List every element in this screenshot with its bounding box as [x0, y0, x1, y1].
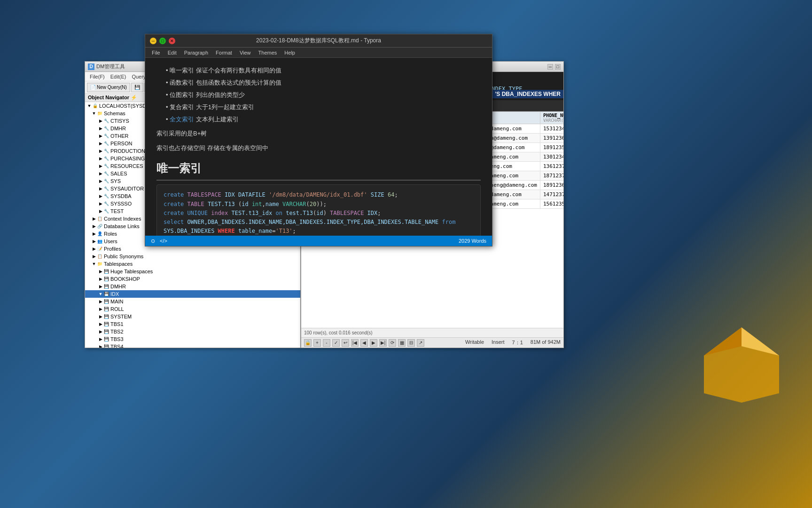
users-icon: 👥	[96, 238, 103, 245]
undo-icon[interactable]: ↩	[342, 339, 349, 347]
sales-icon: 🔧	[103, 170, 109, 177]
typora-menu-file[interactable]: File	[149, 50, 163, 56]
tablespaces-folder-icon: 📁	[96, 261, 103, 267]
last-icon[interactable]: ▶|	[379, 339, 387, 347]
next-icon[interactable]: ▶	[370, 339, 377, 347]
decorative-shape	[695, 318, 789, 414]
tree-item-main[interactable]: ▶ 💾 MAIN	[85, 298, 300, 305]
tree-item-tablespaces[interactable]: ▼ 📁 Tablespaces	[85, 260, 300, 268]
tree-item-roll[interactable]: ▶ 💾 ROLL	[85, 305, 300, 313]
sql-win-controls: ─ □	[547, 64, 561, 70]
schema-icon: 🔧	[103, 118, 109, 124]
tree-item-tbs4[interactable]: ▶ 💾 TBS4	[85, 343, 300, 348]
table-cell: 13912366391	[540, 134, 563, 143]
code-line-2: create TABLE TEST.T13 (id int,name VARCH…	[164, 200, 474, 209]
tree-item-dmhr-ts[interactable]: ▶ 💾 DMHR	[85, 283, 300, 290]
syssso-icon: 🔧	[103, 200, 109, 207]
section-heading-unique-index: 唯一索引	[156, 159, 481, 181]
test-icon: 🔧	[103, 208, 109, 214]
typora-menu-paragraph[interactable]: Paragraph	[181, 50, 211, 56]
first-icon[interactable]: |◀	[351, 339, 359, 347]
other-toggle: ▶	[98, 134, 103, 138]
dblinks-icon: 🔗	[96, 223, 103, 230]
tree-item-public-synonyms[interactable]: ▶ 📋 Public Synonyms	[85, 253, 300, 260]
idx-icon: 💾	[103, 291, 109, 297]
sql-hint-text: 'S DBA_INDEXES WHER	[492, 90, 563, 98]
typora-menu-themes[interactable]: Themes	[256, 50, 280, 56]
position-status: 7：1	[512, 339, 523, 346]
system-icon: 💾	[103, 313, 109, 320]
writable-status: Writable	[465, 339, 484, 346]
person-icon: 🔧	[103, 140, 109, 147]
lock-icon[interactable]: 🔒	[304, 339, 312, 347]
circle-status-icon: ⊙	[151, 238, 155, 244]
tree-item-bookshop[interactable]: ▶ 💾 BOOKSHOP	[85, 275, 300, 283]
menu-file[interactable]: File(F)	[87, 74, 108, 79]
resources-toggle: ▶	[98, 164, 103, 168]
tbs4-icon: 💾	[103, 343, 109, 348]
typora-min-btn[interactable]: ─	[150, 38, 156, 44]
sql-max-btn[interactable]: □	[555, 64, 561, 70]
resources-icon: 🔧	[103, 163, 109, 169]
typora-content[interactable]: 唯一索引 保证个会有两行数具有相同的值 函数索引 包括函数表达式的预先计算的值 …	[145, 58, 492, 236]
tree-item-tbs1[interactable]: ▶ 💾 TBS1	[85, 320, 300, 328]
sysauditor-icon: 🔧	[103, 185, 109, 192]
syssso-toggle: ▶	[98, 201, 103, 206]
tbs2-icon: 💾	[103, 328, 109, 335]
typora-menu-help[interactable]: Help	[281, 50, 298, 56]
memory-status: 81M of 942M	[531, 339, 561, 346]
insert-status: Insert	[492, 339, 505, 346]
minus-icon[interactable]: -	[323, 339, 330, 347]
production-icon: 🔧	[103, 148, 109, 154]
main-icon: 💾	[103, 298, 109, 305]
filter-icon[interactable]: ⊟	[407, 339, 415, 347]
save-btn[interactable]: 💾	[131, 83, 143, 92]
prev-icon[interactable]: ◀	[360, 339, 368, 347]
export-icon[interactable]: ↗	[417, 339, 424, 347]
typora-close-btn[interactable]: ✕	[169, 38, 175, 44]
roll-icon: 💾	[103, 306, 109, 312]
code-line-4: select OWNER,DBA_INDEXES.INDEX_NAME,DBA_…	[164, 218, 474, 227]
sql-bottom-bar: 🔒 + - ✓ ↩ |◀ ◀ ▶ ▶| ⟳ ▦ ⊟ ↗ Writable Ins…	[301, 337, 563, 348]
huge-ts-icon: 💾	[103, 268, 109, 275]
menu-edit[interactable]: Edit(E)	[108, 74, 129, 79]
bullet-4: 复合索引 大于1列一起建立索引	[166, 102, 481, 112]
sys-icon: 🔧	[103, 178, 109, 184]
plus-icon[interactable]: +	[313, 339, 321, 347]
status-fields: Writable Insert 7：1 81M of 942M	[465, 339, 561, 346]
col-phone-num[interactable]: PHONE_NUMVARCHAR(20)	[540, 112, 563, 124]
tree-item-system[interactable]: ▶ 💾 SYSTEM	[85, 313, 300, 320]
typora-menu-format[interactable]: Format	[213, 50, 235, 56]
schemas-expand-icon: ▼	[92, 111, 96, 116]
new-query-icon: 📄	[90, 85, 96, 90]
code-block[interactable]: create TABLESPACE IDX DATAFILE '/dm8/dat…	[156, 184, 481, 236]
db-icon: 🔒	[92, 103, 98, 109]
dmhr-ts-icon: 💾	[103, 283, 109, 290]
sql-min-btn[interactable]: ─	[547, 64, 553, 70]
code-line-1: create TABLESPACE IDX DATAFILE '/dm8/dat…	[164, 190, 474, 199]
schemas-folder-icon: 📁	[96, 110, 103, 117]
typora-max-btn[interactable]: □	[159, 38, 166, 44]
ctisys-toggle: ▶	[98, 119, 103, 123]
typora-menubar: File Edit Paragraph Format View Themes H…	[145, 48, 492, 58]
dmhr-toggle: ▶	[98, 126, 103, 131]
tree-item-tbs3[interactable]: ▶ 💾 TBS3	[85, 335, 300, 343]
bullet-5: 全文索引 文本列上建索引	[166, 114, 481, 125]
table-cell: 14712377545	[540, 190, 563, 199]
new-query-btn[interactable]: 📄 New Query(N)	[87, 83, 130, 92]
tree-item-tbs2[interactable]: ▶ 💾 TBS2	[85, 328, 300, 335]
check-icon[interactable]: ✓	[332, 339, 340, 347]
refresh-icon[interactable]: ⟳	[389, 339, 396, 347]
row-count-status: 100 row(s), cost 0.016 second(s)	[304, 330, 373, 335]
table-cell: 15312348552	[540, 124, 563, 134]
sysdba-toggle: ▶	[98, 194, 103, 198]
expand-icon: ▼	[87, 103, 92, 108]
tree-item-huge-tablespaces[interactable]: ▶ 💾 Huge Tablespaces	[85, 268, 300, 275]
roles-icon: 👤	[96, 230, 103, 237]
bullet-2: 函数索引 包括函数表达式的预先计算的值	[166, 78, 481, 88]
grid-icon[interactable]: ▦	[398, 339, 406, 347]
typora-menu-view[interactable]: View	[237, 50, 254, 56]
typora-menu-edit[interactable]: Edit	[165, 50, 180, 56]
tree-item-idx[interactable]: ▼ 💾 IDX	[85, 290, 300, 298]
context-icon: 📋	[96, 215, 103, 222]
